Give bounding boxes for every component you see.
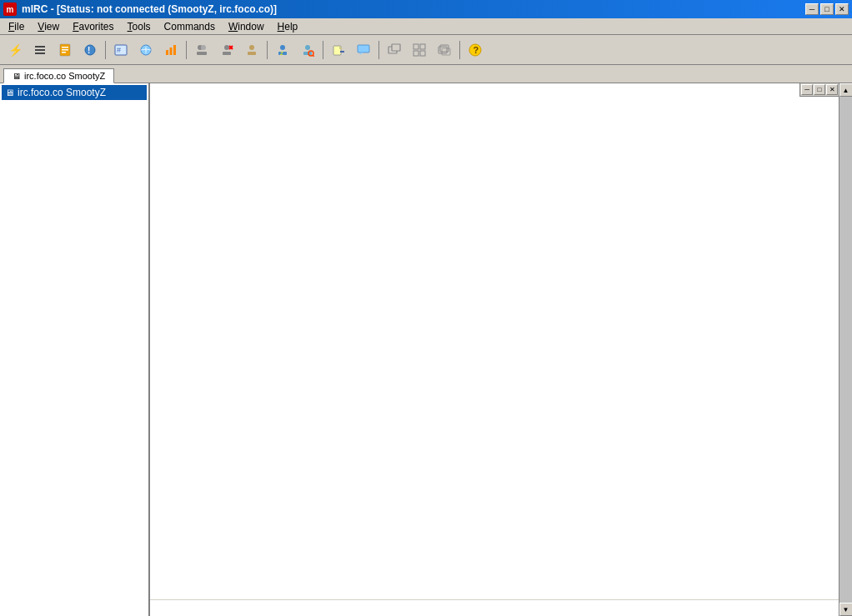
close-button[interactable]: ✕ — [835, 3, 849, 15]
svg-rect-13 — [170, 48, 173, 55]
sidebar: 🖥 irc.foco.co SmootyZ — [0, 83, 150, 616]
app-icon: m — [3, 3, 17, 16]
svg-text:z: z — [280, 49, 283, 57]
svg-point-16 — [201, 45, 206, 50]
toolbar-whois[interactable] — [296, 39, 319, 61]
toolbar-help[interactable]: ? — [464, 39, 487, 61]
toolbar-browser[interactable] — [134, 39, 158, 61]
title-bar: m mIRC - [Status: not connected (SmootyZ… — [0, 0, 852, 18]
menu-file[interactable]: File — [2, 19, 31, 34]
scroll-down-button[interactable]: ▼ — [839, 603, 853, 616]
toolbar: ⚡ ! # z — [0, 35, 852, 65]
svg-rect-5 — [62, 49, 68, 51]
menu-commands[interactable]: Commands — [158, 19, 222, 34]
menu-favorites[interactable]: Favorites — [66, 19, 120, 34]
svg-text:!: ! — [88, 46, 90, 55]
svg-rect-1 — [35, 49, 45, 51]
toolbar-stats[interactable] — [159, 39, 183, 61]
toolbar-mdi-cascade[interactable] — [433, 39, 456, 61]
main-layout: 🖥 irc.foco.co SmootyZ ─ □ ✕ ▲ ▼ — [0, 83, 852, 616]
title-bar-text: mIRC - [Status: not connected (SmootyZ, … — [22, 3, 277, 15]
menu-bar: File View Favorites Tools Commands Windo… — [0, 18, 852, 35]
input-area — [150, 599, 839, 616]
title-bar-controls: ─ □ ✕ — [805, 3, 849, 15]
server-icon: 🖥 — [5, 88, 14, 98]
tab-bar: 🖥 irc.foco.co SmootyZ — [0, 65, 852, 83]
toolbar-options[interactable] — [28, 39, 52, 61]
inner-window-controls: ─ □ ✕ — [799, 83, 839, 97]
svg-rect-17 — [197, 52, 207, 55]
scrollbar-right: ▲ ▼ — [839, 83, 852, 616]
svg-rect-38 — [420, 44, 425, 49]
svg-rect-12 — [166, 50, 168, 55]
svg-rect-14 — [173, 45, 176, 55]
inner-minimize-button[interactable]: ─ — [801, 84, 813, 95]
sidebar-item-server[interactable]: 🖥 irc.foco.co SmootyZ — [2, 85, 147, 100]
svg-rect-2 — [35, 53, 45, 54]
content-area: ─ □ ✕ — [150, 83, 839, 616]
maximize-button[interactable]: □ — [820, 3, 834, 15]
toolbar-away[interactable]: z — [271, 39, 294, 61]
toolbar-sep-1 — [105, 41, 106, 59]
toolbar-addressbook[interactable] — [53, 39, 77, 61]
svg-rect-23 — [248, 52, 256, 55]
toolbar-mdi-restore[interactable] — [383, 39, 406, 61]
toolbar-sep-2 — [186, 41, 187, 59]
svg-rect-39 — [413, 51, 418, 56]
tab-status-label: irc.foco.co SmootyZ — [24, 71, 105, 81]
minimize-button[interactable]: ─ — [805, 3, 819, 15]
menu-tools[interactable]: Tools — [121, 19, 158, 34]
toolbar-query[interactable] — [240, 39, 263, 61]
svg-rect-28 — [303, 52, 312, 55]
toolbar-mdi-tile[interactable] — [408, 39, 431, 61]
toolbar-dcc-chat[interactable] — [352, 39, 375, 61]
toolbar-join[interactable] — [190, 39, 213, 61]
menu-window[interactable]: Window — [222, 19, 271, 34]
toolbar-dcc-send[interactable] — [327, 39, 350, 61]
tab-status-icon: 🖥 — [13, 72, 21, 81]
content-wrapper: ─ □ ✕ ▲ ▼ — [150, 83, 852, 616]
svg-text:#: # — [117, 46, 121, 54]
scroll-track[interactable] — [839, 97, 853, 603]
toolbar-sep-5 — [378, 41, 379, 59]
svg-rect-40 — [420, 51, 425, 56]
menu-view[interactable]: View — [31, 19, 66, 34]
sidebar-item-label: irc.foco.co SmootyZ — [18, 87, 106, 98]
toolbar-connect[interactable]: ⚡ — [3, 39, 27, 61]
svg-rect-37 — [413, 44, 418, 49]
svg-line-30 — [313, 55, 314, 57]
svg-point-18 — [224, 45, 229, 50]
toolbar-sep-4 — [323, 41, 323, 59]
toolbar-sep-6 — [459, 41, 460, 59]
svg-point-22 — [249, 45, 254, 50]
toolbar-part[interactable] — [215, 39, 238, 61]
svg-point-27 — [305, 45, 310, 50]
toolbar-notify[interactable]: ! — [78, 39, 102, 61]
tab-status[interactable]: 🖥 irc.foco.co SmootyZ — [3, 68, 114, 83]
menu-help[interactable]: Help — [271, 19, 305, 34]
svg-rect-36 — [392, 44, 400, 51]
svg-rect-19 — [223, 52, 231, 55]
svg-marker-34 — [359, 53, 363, 55]
title-bar-left: m mIRC - [Status: not connected (SmootyZ… — [3, 3, 277, 16]
toolbar-sep-3 — [267, 41, 268, 59]
svg-text:?: ? — [474, 45, 479, 55]
svg-rect-33 — [358, 45, 369, 53]
toolbar-channels[interactable]: # — [109, 39, 133, 61]
svg-rect-4 — [62, 47, 68, 48]
chat-area — [150, 83, 839, 599]
svg-rect-6 — [62, 52, 66, 53]
chat-input[interactable] — [152, 603, 837, 614]
scroll-up-button[interactable]: ▲ — [839, 83, 853, 97]
inner-close-button[interactable]: ✕ — [826, 84, 838, 95]
svg-rect-0 — [35, 46, 45, 48]
inner-maximize-button[interactable]: □ — [814, 84, 825, 95]
